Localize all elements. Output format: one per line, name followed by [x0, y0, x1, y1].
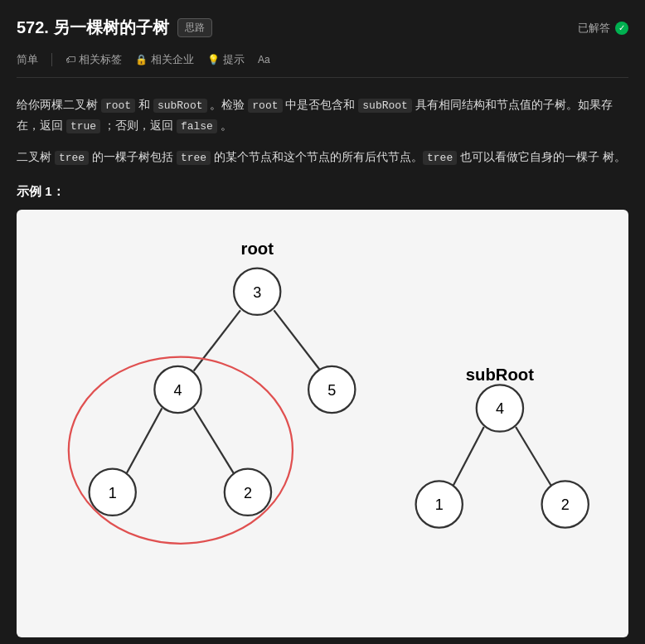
lock-icon: 🔒	[135, 54, 148, 65]
toolbar: 简单 🏷 相关标签 🔒 相关企业 💡 提示 Aa	[17, 52, 628, 78]
hint-button[interactable]: 💡 提示	[207, 52, 245, 67]
subnode-4-text: 4	[496, 400, 504, 417]
code-tree3: tree	[423, 151, 457, 165]
font-button[interactable]: Aa	[258, 54, 270, 65]
example-section: 示例 1： root 3 4 5 1	[17, 184, 628, 637]
companies-label: 相关企业	[151, 52, 194, 67]
edge-s4-s2	[516, 427, 551, 486]
code-tree: tree	[55, 151, 89, 165]
tag-icon: 🏷	[65, 54, 75, 65]
node-3-text: 3	[253, 284, 261, 301]
edge-4-1	[127, 409, 162, 474]
edge-s4-s1	[453, 427, 484, 486]
solved-label: 已解答	[578, 21, 610, 36]
code-tree2: tree	[177, 151, 211, 165]
tags-button[interactable]: 🏷 相关标签	[65, 52, 122, 67]
node-5-text: 5	[327, 382, 336, 399]
font-icon: Aa	[258, 54, 270, 65]
desc-para1: 给你两棵二叉树 root 和 subRoot 。检验 root 中是否包含和 s…	[17, 94, 628, 137]
example-title: 示例 1：	[17, 184, 628, 200]
subnode-2-text: 2	[561, 496, 570, 513]
edge-3-5	[274, 310, 320, 370]
diagram-container: root 3 4 5 1 2	[17, 210, 628, 637]
code-false: false	[177, 119, 217, 133]
tree-diagram: root 3 4 5 1 2	[33, 226, 612, 618]
edge-4-2	[194, 409, 234, 474]
subnode-1-text: 1	[435, 496, 444, 513]
code-root: root	[101, 99, 135, 113]
hint-label: 提示	[223, 52, 245, 67]
code-root2: root	[248, 99, 282, 113]
companies-button[interactable]: 🔒 相关企业	[135, 52, 194, 67]
page-title: 572. 另一棵树的子树	[17, 17, 169, 39]
toolbar-divider-1	[51, 53, 52, 66]
node-2-text: 2	[244, 485, 252, 501]
node-4-text: 4	[173, 382, 182, 399]
title-area: 572. 另一棵树的子树 思路	[17, 17, 212, 39]
difficulty-badge[interactable]: 简单	[17, 52, 38, 67]
problem-description: 给你两棵二叉树 root 和 subRoot 。检验 root 中是否包含和 s…	[17, 94, 628, 167]
hint-icon: 💡	[207, 54, 220, 65]
desc-para2: 二叉树 tree 的一棵子树包括 tree 的某个节点和这个节点的所有后代节点。…	[17, 147, 628, 167]
idea-badge[interactable]: 思路	[177, 18, 212, 37]
page-header: 572. 另一棵树的子树 思路 已解答 ✓	[17, 17, 628, 39]
root-label: root	[241, 240, 274, 258]
code-true: true	[66, 119, 100, 133]
subroot-label: subRoot	[466, 366, 534, 384]
solved-status: 已解答 ✓	[578, 21, 628, 36]
code-subroot: subRoot	[153, 99, 207, 113]
node-1-text: 1	[109, 485, 117, 501]
check-icon: ✓	[615, 22, 628, 35]
tags-label: 相关标签	[79, 52, 122, 67]
code-subroot2: subRoot	[358, 99, 412, 113]
